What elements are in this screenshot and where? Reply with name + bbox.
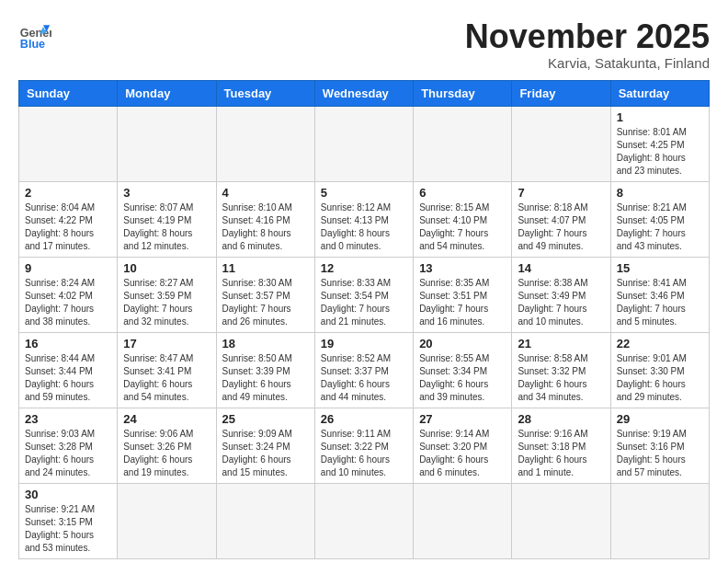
day-info: Sunrise: 8:27 AM Sunset: 3:59 PM Dayligh… [123,277,210,328]
day-number: 18 [222,337,309,350]
calendar-cell: 15Sunrise: 8:41 AM Sunset: 3:46 PM Dayli… [610,257,709,332]
day-number: 5 [321,186,407,200]
calendar-cell [216,106,314,181]
week-row: 23Sunrise: 9:03 AM Sunset: 3:28 PM Dayli… [19,408,710,483]
calendar-cell [314,483,413,558]
day-info: Sunrise: 8:55 AM Sunset: 3:34 PM Dayligh… [419,352,506,404]
day-number: 1 [617,110,703,124]
calendar-body: 1Sunrise: 8:01 AM Sunset: 4:25 PM Daylig… [19,106,710,558]
calendar-cell: 12Sunrise: 8:33 AM Sunset: 3:54 PM Dayli… [314,257,413,332]
location: Karvia, Satakunta, Finland [465,55,710,71]
calendar-cell: 1Sunrise: 8:01 AM Sunset: 4:25 PM Daylig… [610,106,709,181]
day-of-week-header: Sunday [19,80,118,106]
day-number: 12 [321,261,407,275]
calendar-cell: 19Sunrise: 8:52 AM Sunset: 3:37 PM Dayli… [314,332,413,408]
day-number: 13 [419,261,506,275]
week-row: 1Sunrise: 8:01 AM Sunset: 4:25 PM Daylig… [19,106,710,181]
day-number: 20 [419,337,506,350]
day-of-week-header: Friday [512,80,610,106]
calendar-cell: 18Sunrise: 8:50 AM Sunset: 3:39 PM Dayli… [216,332,314,408]
calendar-cell: 8Sunrise: 8:21 AM Sunset: 4:05 PM Daylig… [610,181,709,257]
calendar-cell: 3Sunrise: 8:07 AM Sunset: 4:19 PM Daylig… [118,181,216,257]
calendar-cell [512,106,610,181]
day-info: Sunrise: 9:03 AM Sunset: 3:28 PM Dayligh… [25,428,111,479]
week-row: 30Sunrise: 9:21 AM Sunset: 3:15 PM Dayli… [19,483,710,558]
calendar-cell: 23Sunrise: 9:03 AM Sunset: 3:28 PM Dayli… [19,408,118,483]
day-info: Sunrise: 8:07 AM Sunset: 4:19 PM Dayligh… [123,201,210,253]
day-info: Sunrise: 8:21 AM Sunset: 4:05 PM Dayligh… [617,201,703,253]
day-number: 7 [518,186,604,200]
logo-icon: General Blue [18,18,51,52]
day-number: 29 [617,412,703,426]
day-info: Sunrise: 8:52 AM Sunset: 3:37 PM Dayligh… [321,352,407,404]
day-info: Sunrise: 8:38 AM Sunset: 3:49 PM Dayligh… [518,277,604,328]
day-number: 25 [222,412,309,426]
day-info: Sunrise: 8:58 AM Sunset: 3:32 PM Dayligh… [518,352,604,404]
week-row: 2Sunrise: 8:04 AM Sunset: 4:22 PM Daylig… [19,181,710,257]
day-number: 24 [123,412,210,426]
day-info: Sunrise: 8:50 AM Sunset: 3:39 PM Dayligh… [222,352,309,404]
day-number: 27 [419,412,506,426]
day-number: 3 [123,186,210,200]
calendar-cell: 14Sunrise: 8:38 AM Sunset: 3:49 PM Dayli… [512,257,610,332]
day-info: Sunrise: 9:09 AM Sunset: 3:24 PM Dayligh… [222,428,309,479]
day-info: Sunrise: 8:01 AM Sunset: 4:25 PM Dayligh… [617,126,703,178]
calendar-cell [118,483,216,558]
day-number: 15 [617,261,703,275]
calendar-cell: 9Sunrise: 8:24 AM Sunset: 4:02 PM Daylig… [19,257,118,332]
calendar-cell: 20Sunrise: 8:55 AM Sunset: 3:34 PM Dayli… [414,332,512,408]
day-info: Sunrise: 8:12 AM Sunset: 4:13 PM Dayligh… [321,201,407,253]
calendar-cell [314,106,413,181]
calendar-cell: 16Sunrise: 8:44 AM Sunset: 3:44 PM Dayli… [19,332,118,408]
calendar-cell: 21Sunrise: 8:58 AM Sunset: 3:32 PM Dayli… [512,332,610,408]
day-of-week-header: Tuesday [216,80,314,106]
day-number: 6 [419,186,506,200]
day-number: 10 [123,261,210,275]
day-number: 16 [25,337,111,350]
calendar-cell [118,106,216,181]
day-info: Sunrise: 9:16 AM Sunset: 3:18 PM Dayligh… [518,428,604,479]
calendar-cell: 28Sunrise: 9:16 AM Sunset: 3:18 PM Dayli… [512,408,610,483]
calendar-cell: 30Sunrise: 9:21 AM Sunset: 3:15 PM Dayli… [19,483,118,558]
logo: General Blue [18,18,51,52]
calendar: SundayMondayTuesdayWednesdayThursdayFrid… [18,80,710,559]
calendar-header: SundayMondayTuesdayWednesdayThursdayFrid… [19,80,710,106]
day-info: Sunrise: 8:24 AM Sunset: 4:02 PM Dayligh… [25,277,111,328]
calendar-cell: 5Sunrise: 8:12 AM Sunset: 4:13 PM Daylig… [314,181,413,257]
day-info: Sunrise: 8:30 AM Sunset: 3:57 PM Dayligh… [222,277,309,328]
day-number: 9 [25,261,111,275]
day-of-week-header: Thursday [414,80,512,106]
calendar-cell: 4Sunrise: 8:10 AM Sunset: 4:16 PM Daylig… [216,181,314,257]
title-area: November 2025 Karvia, Satakunta, Finland [465,18,710,71]
month-title: November 2025 [465,18,710,55]
calendar-cell: 7Sunrise: 8:18 AM Sunset: 4:07 PM Daylig… [512,181,610,257]
day-number: 26 [321,412,407,426]
calendar-cell: 11Sunrise: 8:30 AM Sunset: 3:57 PM Dayli… [216,257,314,332]
day-number: 2 [25,186,111,200]
day-info: Sunrise: 8:35 AM Sunset: 3:51 PM Dayligh… [419,277,506,328]
day-number: 28 [518,412,604,426]
calendar-cell: 26Sunrise: 9:11 AM Sunset: 3:22 PM Dayli… [314,408,413,483]
calendar-cell [610,483,709,558]
day-info: Sunrise: 9:06 AM Sunset: 3:26 PM Dayligh… [123,428,210,479]
calendar-cell: 25Sunrise: 9:09 AM Sunset: 3:24 PM Dayli… [216,408,314,483]
day-info: Sunrise: 9:21 AM Sunset: 3:15 PM Dayligh… [25,503,111,555]
day-of-week-header: Monday [118,80,216,106]
day-number: 17 [123,337,210,350]
day-of-week-header: Saturday [610,80,709,106]
day-number: 23 [25,412,111,426]
day-info: Sunrise: 8:18 AM Sunset: 4:07 PM Dayligh… [518,201,604,253]
day-number: 4 [222,186,309,200]
day-info: Sunrise: 8:41 AM Sunset: 3:46 PM Dayligh… [617,277,703,328]
day-info: Sunrise: 8:15 AM Sunset: 4:10 PM Dayligh… [419,201,506,253]
calendar-cell: 10Sunrise: 8:27 AM Sunset: 3:59 PM Dayli… [118,257,216,332]
day-info: Sunrise: 8:04 AM Sunset: 4:22 PM Dayligh… [25,201,111,253]
calendar-cell [512,483,610,558]
day-info: Sunrise: 9:01 AM Sunset: 3:30 PM Dayligh… [617,352,703,404]
day-number: 22 [617,337,703,350]
calendar-cell: 29Sunrise: 9:19 AM Sunset: 3:16 PM Dayli… [610,408,709,483]
calendar-cell: 22Sunrise: 9:01 AM Sunset: 3:30 PM Dayli… [610,332,709,408]
week-row: 16Sunrise: 8:44 AM Sunset: 3:44 PM Dayli… [19,332,710,408]
day-number: 8 [617,186,703,200]
calendar-cell: 17Sunrise: 8:47 AM Sunset: 3:41 PM Dayli… [118,332,216,408]
